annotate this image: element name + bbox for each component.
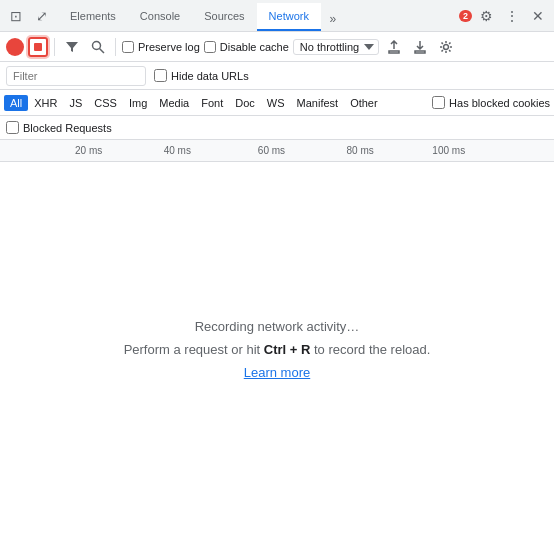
tick-20ms: 20 ms	[75, 145, 102, 156]
preserve-log-label[interactable]: Preserve log	[122, 41, 200, 53]
disable-cache-checkbox[interactable]	[204, 41, 216, 53]
hide-data-urls-checkbox[interactable]	[154, 69, 167, 82]
devtools-more-button[interactable]: ⋮	[500, 4, 524, 28]
filter-bar: Hide data URLs	[0, 62, 554, 90]
import-har-button[interactable]	[383, 36, 405, 58]
dock-button[interactable]: ⤢	[30, 4, 54, 28]
type-btn-media[interactable]: Media	[153, 95, 195, 111]
disable-cache-text: Disable cache	[220, 41, 289, 53]
hide-data-urls-label[interactable]: Hide data URLs	[154, 69, 249, 82]
has-blocked-cookies-label[interactable]: Has blocked cookies	[432, 96, 550, 109]
type-btn-font[interactable]: Font	[195, 95, 229, 111]
type-btn-ws[interactable]: WS	[261, 95, 291, 111]
download-icon	[413, 40, 427, 54]
tick-60ms: 60 ms	[258, 145, 285, 156]
type-btn-css[interactable]: CSS	[88, 95, 123, 111]
throttle-select[interactable]: No throttling Fast 3G Slow 3G Offline	[293, 39, 379, 55]
type-btn-js[interactable]: JS	[63, 95, 88, 111]
tab-sources[interactable]: Sources	[192, 3, 256, 31]
stop-record-button[interactable]	[28, 37, 48, 57]
preserve-log-checkbox[interactable]	[122, 41, 134, 53]
disable-cache-label[interactable]: Disable cache	[204, 41, 289, 53]
type-btn-doc[interactable]: Doc	[229, 95, 261, 111]
has-blocked-cookies-text: Has blocked cookies	[449, 97, 550, 109]
blocked-requests-text: Blocked Requests	[23, 122, 112, 134]
gear-icon	[439, 40, 453, 54]
type-filter-bar: All XHR JS CSS Img Media Font Doc WS Man…	[0, 90, 554, 116]
keyboard-shortcut: Ctrl + R	[264, 342, 311, 357]
recording-text: Recording network activity…	[195, 319, 360, 334]
record-button[interactable]	[6, 38, 24, 56]
search-button[interactable]	[87, 36, 109, 58]
devtools-close-button[interactable]: ✕	[526, 4, 550, 28]
filter-icon	[65, 40, 79, 54]
svg-point-2	[443, 44, 448, 49]
stop-icon	[34, 43, 42, 51]
tab-elements[interactable]: Elements	[58, 3, 128, 31]
filter-button[interactable]	[61, 36, 83, 58]
network-settings-button[interactable]	[435, 36, 457, 58]
learn-more-link[interactable]: Learn more	[244, 365, 310, 380]
type-btn-xhr[interactable]: XHR	[28, 95, 63, 111]
tabs-container: Elements Console Sources Network »	[58, 0, 455, 31]
tab-network[interactable]: Network	[257, 3, 321, 31]
tick-40ms: 40 ms	[164, 145, 191, 156]
blocked-requests-checkbox[interactable]	[6, 121, 19, 134]
perform-prefix: Perform a request or hit	[124, 342, 264, 357]
perform-suffix: to record the reload.	[310, 342, 430, 357]
devtools-icons: ⊡ ⤢	[4, 4, 54, 28]
devtools-settings-button[interactable]: ⚙	[474, 4, 498, 28]
type-btn-all[interactable]: All	[4, 95, 28, 111]
blocked-requests-bar: Blocked Requests	[0, 116, 554, 140]
export-har-button[interactable]	[409, 36, 431, 58]
tick-100ms: 100 ms	[432, 145, 465, 156]
svg-line-1	[100, 48, 105, 53]
toolbar-divider-1	[54, 38, 55, 56]
type-btn-manifest[interactable]: Manifest	[291, 95, 345, 111]
undock-button[interactable]: ⊡	[4, 4, 28, 28]
upload-icon	[387, 40, 401, 54]
timeline-header: 20 ms 40 ms 60 ms 80 ms 100 ms	[0, 140, 554, 162]
tab-bar: ⊡ ⤢ Elements Console Sources Network » 2…	[0, 0, 554, 32]
tab-console[interactable]: Console	[128, 3, 192, 31]
svg-point-0	[93, 41, 101, 49]
type-btn-img[interactable]: Img	[123, 95, 153, 111]
filter-input[interactable]	[6, 66, 146, 86]
hide-data-urls-text: Hide data URLs	[171, 70, 249, 82]
search-icon	[91, 40, 105, 54]
tick-80ms: 80 ms	[346, 145, 373, 156]
perform-text: Perform a request or hit Ctrl + R to rec…	[124, 342, 431, 357]
type-btn-other[interactable]: Other	[344, 95, 384, 111]
preserve-log-text: Preserve log	[138, 41, 200, 53]
has-blocked-cookies-checkbox[interactable]	[432, 96, 445, 109]
timeline-ticks: 20 ms 40 ms 60 ms 80 ms 100 ms	[0, 140, 554, 161]
blocked-requests-label[interactable]: Blocked Requests	[6, 121, 112, 134]
network-toolbar: Preserve log Disable cache No throttling…	[0, 32, 554, 62]
more-tabs-button[interactable]: »	[321, 7, 345, 31]
toolbar-divider-2	[115, 38, 116, 56]
notification-badge: 2	[459, 10, 472, 22]
tab-bar-right: 2 ⚙ ⋮ ✕	[455, 4, 550, 28]
empty-state: Recording network activity… Perform a re…	[0, 162, 554, 536]
